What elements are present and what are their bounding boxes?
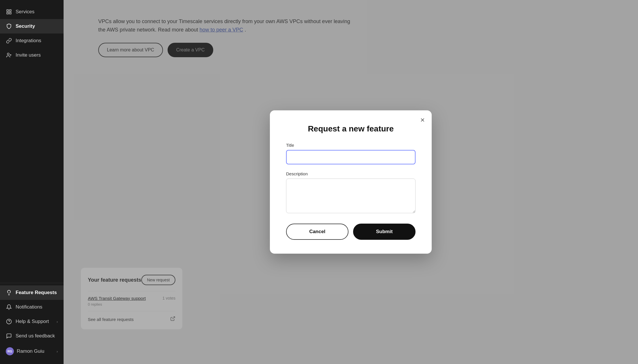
cancel-button[interactable]: Cancel	[286, 224, 348, 240]
svg-point-4	[7, 53, 9, 55]
avatar: RG	[6, 347, 14, 355]
bell-icon	[6, 304, 12, 310]
request-feature-modal: × Request a new feature Title Descriptio…	[270, 110, 432, 254]
link-icon	[6, 38, 12, 44]
help-circle-icon	[6, 318, 12, 325]
sidebar-item-label: Help & Support	[16, 319, 49, 324]
user-plus-icon	[6, 52, 12, 58]
sidebar-item-user[interactable]: RG Ramon Guiu ›	[0, 343, 64, 359]
user-name: Ramon Guiu	[17, 348, 44, 354]
sidebar-item-label: Invite users	[16, 52, 41, 58]
message-square-icon	[6, 333, 12, 339]
submit-button[interactable]: Submit	[353, 224, 416, 240]
title-label: Title	[286, 143, 416, 148]
modal-title: Request a new feature	[286, 124, 416, 133]
modal-actions: Cancel Submit	[286, 224, 416, 240]
sidebar-item-label: Feature Requests	[16, 290, 57, 296]
description-textarea[interactable]	[286, 179, 416, 213]
modal-close-button[interactable]: ×	[420, 116, 425, 124]
sidebar-item-help-support[interactable]: Help & Support ›	[0, 314, 64, 329]
sidebar-item-integrations[interactable]: Integrations	[0, 34, 64, 48]
sidebar-item-label: Security	[16, 23, 35, 29]
sidebar-item-services[interactable]: Services	[0, 5, 64, 19]
sidebar: Services Security Integrations Invite us…	[0, 0, 64, 364]
modal-overlay[interactable]: × Request a new feature Title Descriptio…	[64, 0, 638, 364]
chevron-right-icon: ›	[57, 320, 58, 324]
svg-rect-2	[10, 12, 11, 14]
svg-rect-3	[7, 12, 9, 14]
shield-icon	[6, 23, 12, 29]
sidebar-item-send-feedback[interactable]: Send us feedback	[0, 329, 64, 343]
sidebar-item-invite-users[interactable]: Invite users	[0, 48, 64, 62]
content-wrapper: VPCs allow you to connect to your Timesc…	[64, 0, 638, 364]
svg-rect-0	[7, 10, 9, 12]
grid-icon	[6, 9, 12, 15]
description-label: Description	[286, 171, 416, 176]
svg-rect-1	[10, 10, 11, 12]
chevron-right-icon: ›	[57, 349, 58, 354]
sidebar-item-label: Integrations	[16, 38, 41, 44]
main-content: VPCs allow you to connect to your Timesc…	[64, 0, 638, 364]
sidebar-item-security[interactable]: Security	[0, 19, 64, 34]
lightbulb-icon	[6, 289, 12, 296]
sidebar-item-label: Services	[16, 9, 34, 15]
sidebar-item-feature-requests[interactable]: Feature Requests	[0, 285, 64, 300]
sidebar-item-notifications[interactable]: Notifications	[0, 300, 64, 314]
title-input[interactable]	[286, 150, 416, 164]
sidebar-item-label: Notifications	[16, 304, 42, 310]
sidebar-item-label: Send us feedback	[16, 333, 55, 339]
